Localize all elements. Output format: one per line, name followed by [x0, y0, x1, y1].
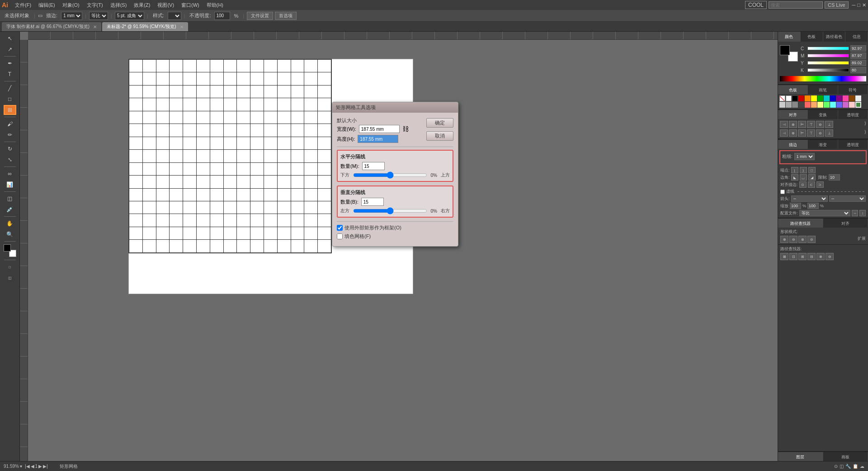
- menu-select[interactable]: 选择(S): [107, 1, 130, 10]
- tab-gradient[interactable]: 渐变: [808, 140, 838, 149]
- menu-view[interactable]: 视图(V): [154, 1, 177, 10]
- tab-color-selector[interactable]: 色板: [801, 32, 823, 42]
- type-tool[interactable]: T: [4, 69, 16, 79]
- swatch-white[interactable]: [786, 95, 792, 101]
- select-tool[interactable]: ↖: [4, 33, 16, 43]
- pf-crop[interactable]: ⊟: [807, 253, 816, 260]
- align-top-btn[interactable]: ⊤: [807, 121, 815, 128]
- tab-artboard[interactable]: 画板: [823, 452, 868, 461]
- align-stroke-center[interactable]: ⊙: [799, 181, 807, 188]
- swatch-o2[interactable]: [811, 102, 817, 108]
- align-hcenter-btn[interactable]: ⊕: [789, 121, 797, 128]
- zoom-dropdown-icon[interactable]: ▾: [20, 464, 22, 469]
- swatch-orange[interactable]: [805, 95, 811, 101]
- swatch-y2[interactable]: [817, 102, 823, 108]
- distrib-bottom-btn[interactable]: ⊥: [825, 129, 833, 137]
- pf-trim[interactable]: ⊡: [789, 253, 797, 260]
- swatch-gray4[interactable]: [792, 102, 798, 108]
- menu-edit[interactable]: 编辑(E): [35, 1, 58, 10]
- swatch-purple[interactable]: [836, 95, 842, 101]
- close-tab-2[interactable]: ✕: [180, 24, 184, 29]
- shape-add[interactable]: ⊕: [780, 236, 788, 243]
- direct-select-tool[interactable]: ↗: [4, 44, 16, 54]
- doc-tab-1[interactable]: 字体 制作素材.ai @ 66.67% (CMYK/预览) ✕: [2, 22, 101, 31]
- tab-symbols[interactable]: 符号: [838, 85, 868, 94]
- scale-start-input[interactable]: [790, 203, 801, 209]
- brush-tool[interactable]: 🖌: [4, 119, 16, 129]
- swatch-r2[interactable]: [805, 102, 811, 108]
- distrib-expand[interactable]: ⟩: [864, 129, 866, 137]
- pf-outline[interactable]: ⊕: [816, 253, 825, 260]
- join-round[interactable]: ◡: [800, 174, 807, 181]
- tab-path-color[interactable]: 路径着色: [823, 32, 846, 42]
- expand-btn[interactable]: 扩展: [858, 236, 866, 243]
- gradient-tool[interactable]: ◫: [4, 194, 16, 204]
- swatch-brown[interactable]: [849, 95, 855, 101]
- close-tab-1[interactable]: ✕: [93, 24, 97, 29]
- dialog-title[interactable]: 矩形网格工具选项: [332, 102, 458, 113]
- tab-opacity[interactable]: 透明度: [838, 110, 868, 119]
- stroke-type-select[interactable]: 等比: [89, 12, 108, 20]
- cap-square[interactable]: □: [808, 167, 816, 173]
- search-input[interactable]: [769, 1, 823, 9]
- preferences-btn[interactable]: 首选项: [275, 12, 297, 20]
- zoom-control[interactable]: 91.59% ▾ |◀ ◀ 1 ▶ ▶|: [4, 464, 48, 469]
- scale-tool[interactable]: ⤡: [4, 155, 16, 165]
- cap-butt[interactable]: |: [791, 167, 798, 173]
- swatch-black[interactable]: [792, 95, 798, 101]
- distrib-left-btn[interactable]: ⊣: [780, 129, 788, 137]
- width-input[interactable]: [359, 125, 400, 133]
- v-count-input[interactable]: [361, 198, 384, 206]
- height-input[interactable]: [358, 135, 398, 143]
- menu-object[interactable]: 对象(O): [59, 1, 83, 10]
- swatch-b2[interactable]: [836, 102, 842, 108]
- behind-mode-btn[interactable]: ◫: [4, 273, 16, 283]
- swatch-active[interactable]: [855, 102, 861, 108]
- m-value[interactable]: [850, 52, 866, 59]
- grid-tool[interactable]: ⊞: [4, 105, 16, 115]
- tab-stroke[interactable]: 描边: [778, 140, 808, 149]
- window-max[interactable]: □: [857, 2, 860, 8]
- next-page-btn[interactable]: ▶|: [43, 464, 48, 469]
- tab-swatches[interactable]: 色板: [778, 85, 808, 94]
- arrow-end-select[interactable]: ─: [829, 195, 866, 202]
- c-slider[interactable]: [807, 47, 849, 50]
- cancel-button[interactable]: 取消: [426, 131, 453, 141]
- swatch-red[interactable]: [798, 95, 804, 101]
- align-bottom-btn[interactable]: ⊥: [825, 121, 833, 128]
- tab-align[interactable]: 对齐: [778, 110, 808, 119]
- pf-minus-back[interactable]: ⊖: [826, 253, 834, 260]
- scale-end-input[interactable]: [807, 203, 819, 209]
- align-right-btn[interactable]: ⊢: [798, 121, 806, 128]
- menu-help[interactable]: 帮助(H): [203, 1, 226, 10]
- page-back-btn[interactable]: ◀: [31, 464, 34, 469]
- prev-page-btn[interactable]: |◀: [25, 464, 30, 469]
- align-stroke-inside[interactable]: ⊂: [808, 181, 815, 188]
- swatch-green[interactable]: [817, 95, 823, 101]
- menu-file[interactable]: 文件(F): [12, 1, 34, 10]
- profile-select[interactable]: 等比: [799, 210, 850, 216]
- zoom-tool[interactable]: 🔍: [4, 229, 16, 239]
- doc-settings-btn[interactable]: 文件设置: [247, 12, 273, 20]
- swatch-yellow[interactable]: [811, 95, 817, 101]
- grid-canvas[interactable]: [128, 59, 332, 253]
- y-value[interactable]: [850, 60, 866, 66]
- v-skew-slider[interactable]: [353, 209, 427, 213]
- opacity-input[interactable]: [214, 12, 230, 20]
- menu-text[interactable]: 文字(T): [84, 1, 106, 10]
- swatch-c2[interactable]: [830, 102, 836, 108]
- profile-flip-v[interactable]: ↕: [859, 210, 866, 216]
- k-value[interactable]: [850, 67, 866, 73]
- tab-layers[interactable]: 图层: [778, 452, 823, 461]
- swatch-blue[interactable]: [830, 95, 836, 101]
- canvas-area[interactable]: 矩形网格工具选项 确定 取消 默认大小 宽度(W): ⛓ 高度(H):: [20, 32, 778, 461]
- tab-transform[interactable]: 变换: [808, 110, 838, 119]
- distrib-v-btn[interactable]: ⊖: [816, 129, 824, 137]
- eyedropper-tool[interactable]: 💉: [4, 205, 16, 214]
- join-miter[interactable]: ◣: [791, 174, 798, 181]
- window-close[interactable]: ✕: [862, 2, 866, 8]
- use-outer-rect-checkbox[interactable]: [337, 225, 343, 231]
- align-left-btn[interactable]: ⊣: [780, 121, 788, 128]
- join-bevel[interactable]: ◢: [808, 174, 816, 181]
- swatch-cyan[interactable]: [824, 95, 830, 101]
